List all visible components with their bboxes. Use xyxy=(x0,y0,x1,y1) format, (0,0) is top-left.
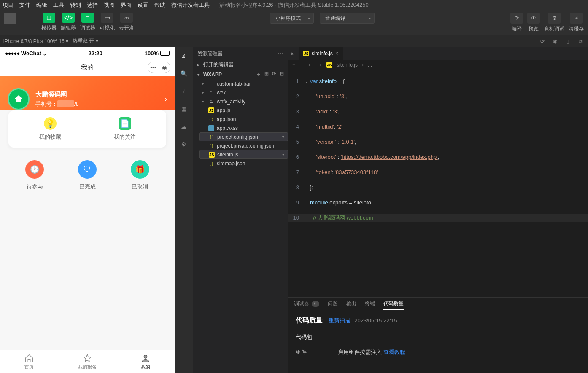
user-avatar[interactable] xyxy=(4,13,16,24)
menu-help[interactable]: 帮助 xyxy=(154,1,165,9)
menu-tools[interactable]: 工具 xyxy=(53,1,64,9)
new-file-icon[interactable]: ＋ xyxy=(256,71,261,78)
code-package-section: 代码包 xyxy=(296,333,580,341)
folder-custom-tab-bar[interactable]: ▸🗀custom-tab-bar xyxy=(199,79,288,88)
record-icon[interactable]: ◉ xyxy=(551,37,559,46)
tab-siteinfo-js[interactable]: JSsiteinfo.js× xyxy=(299,47,343,60)
phone-tabbar: 首页 我的报名 我的 xyxy=(0,350,175,373)
editor-toggle[interactable]: </>编辑器 xyxy=(61,13,76,32)
my-follows[interactable]: 📄我的关注 xyxy=(87,117,162,141)
open-editors-section[interactable]: ▸打开的编辑器 xyxy=(193,60,288,70)
menu-settings[interactable]: 设置 xyxy=(138,1,148,9)
code-editor[interactable]: 1⌄var siteinfo = { 2 'uniacid' : '3', 3 … xyxy=(288,70,588,297)
clear-cache-button[interactable]: ≋ xyxy=(570,13,583,24)
status-pending[interactable]: 🕐待参与 xyxy=(8,160,61,191)
panel-tab-problems[interactable]: 问题 xyxy=(328,298,338,310)
extensions-icon[interactable]: ▦ xyxy=(179,104,189,114)
explorer-icon[interactable]: 🗎 xyxy=(179,51,189,61)
folder-wnfx-activity[interactable]: ▸🗀wnfx_activity xyxy=(199,97,288,106)
file-siteinfo-js[interactable]: JSsiteinfo.js xyxy=(199,150,288,159)
menu-wechat-devtools[interactable]: 微信开发者工具 xyxy=(171,1,210,9)
panel-tab-output[interactable]: 输出 xyxy=(346,298,356,310)
preview-button[interactable]: 👁 xyxy=(527,13,540,24)
mode-select[interactable]: 小程序模式 xyxy=(270,13,314,24)
forward-icon[interactable]: → xyxy=(317,62,322,68)
list-icon[interactable]: ≡ xyxy=(292,62,295,68)
status-done[interactable]: 🛡已完成 xyxy=(61,160,114,191)
compile-mode-select[interactable]: 普通编译 xyxy=(320,13,375,24)
capsule-menu-icon[interactable]: ••• xyxy=(148,62,159,73)
settings-icon[interactable]: ⚙ xyxy=(179,139,189,149)
refresh-icon[interactable]: ⟳ xyxy=(538,37,547,46)
tab-mine[interactable]: 我的 xyxy=(116,350,175,373)
file-project-config[interactable]: { }project.config.json xyxy=(199,132,288,141)
rescan-button[interactable]: 重新扫描 xyxy=(329,317,351,324)
breadcrumb-more[interactable]: ... xyxy=(368,62,372,68)
more-icon[interactable]: ⋯ xyxy=(278,51,284,56)
file-app-json[interactable]: { }app.json xyxy=(199,115,288,123)
menu-select[interactable]: 选择 xyxy=(87,1,98,9)
project-root[interactable]: ▾WXAPP＋⊞⟳⊟ xyxy=(193,70,288,79)
window-title: 活动报名小程序4.9.26 - 微信开发者工具 Stable 1.05.2204… xyxy=(219,1,368,9)
bookmark-icon[interactable]: ◻ xyxy=(299,62,304,68)
menu-view[interactable]: 视图 xyxy=(104,1,115,9)
clouddev-button[interactable]: ∞云开发 xyxy=(119,13,134,32)
close-tab-icon[interactable]: × xyxy=(335,51,338,56)
simulator-toggle[interactable]: □模拟器 xyxy=(41,13,57,32)
screenshot-icon[interactable]: ⧉ xyxy=(576,37,585,46)
phone-icon[interactable]: ▯ xyxy=(564,37,572,46)
my-favorites[interactable]: 💡我的收藏 xyxy=(13,117,87,141)
file-project-private-config[interactable]: { }project.private.config.json xyxy=(199,141,288,150)
menu-ui[interactable]: 界面 xyxy=(121,1,132,9)
view-tutorial-link[interactable]: 查看教程 xyxy=(383,349,405,355)
file-app-js[interactable]: JSapp.js xyxy=(199,106,288,115)
shield-icon: 🛡 xyxy=(78,160,97,179)
menu-file[interactable]: 文件 xyxy=(19,1,30,9)
move-editor-icon[interactable]: ⇤ xyxy=(288,50,299,57)
device-select[interactable]: iPhone 6/7/8 Plus 100% 16 ▾ xyxy=(3,38,68,44)
js-file-icon: JS xyxy=(208,107,214,113)
explorer-title: 资源管理器 xyxy=(197,50,223,57)
tab-signup[interactable]: 我的报名 xyxy=(58,350,116,373)
phone-preview: ●●●●● WeChat ⌵ 22:20 100% 我的 •••◉ 大鹏源码网 … xyxy=(0,47,175,373)
source-control-icon[interactable]: ⑂ xyxy=(179,86,189,96)
tab-home[interactable]: 首页 xyxy=(0,350,58,373)
activity-bar: 🗎 🔍 ⑂ ▦ ☁ ⚙ xyxy=(175,47,193,373)
panel-tab-terminal[interactable]: 终端 xyxy=(365,298,375,310)
user-avatar-circle xyxy=(8,88,30,110)
explorer-pane: 资源管理器⋯ ▸打开的编辑器 ▾WXAPP＋⊞⟳⊟ ▸🗀custom-tab-b… xyxy=(193,47,288,373)
quality-title: 代码质量 xyxy=(296,316,323,325)
new-folder-icon[interactable]: ⊞ xyxy=(264,71,269,78)
simulator-status-bar: iPhone 6/7/8 Plus 100% 16 ▾ 热重载 开 ▾ ⟳ ◉ … xyxy=(0,35,588,47)
visualize-toggle[interactable]: ▭可视化 xyxy=(100,13,115,32)
js-file-icon: JS xyxy=(303,51,309,56)
menu-edit[interactable]: 编辑 xyxy=(36,1,47,9)
menu-bar: 项目 文件 编辑 工具 转到 选择 视图 界面 设置 帮助 微信开发者工具 活动… xyxy=(0,0,588,10)
panel-tab-debugger[interactable]: 调试器6 xyxy=(294,298,319,310)
file-sitemap-json[interactable]: { }sitemap.json xyxy=(199,159,288,168)
compile-button[interactable]: ⟳ xyxy=(510,13,523,24)
refresh-tree-icon[interactable]: ⟳ xyxy=(272,71,276,78)
js-file-icon: JS xyxy=(326,62,332,68)
collapse-icon[interactable]: ⊟ xyxy=(280,71,284,78)
cloud-icon[interactable]: ☁ xyxy=(179,121,189,131)
menu-project[interactable]: 项目 xyxy=(3,1,13,9)
breadcrumb-file[interactable]: siteinfo.js xyxy=(337,62,358,68)
folder-icon: 🗀 xyxy=(208,81,214,87)
file-app-wxss[interactable]: app.wxss xyxy=(199,123,288,132)
component-label: 组件 xyxy=(296,349,321,356)
capsule-close-icon[interactable]: ◉ xyxy=(159,62,170,73)
back-icon[interactable]: ← xyxy=(308,62,313,68)
folder-icon: 🗀 xyxy=(208,90,214,96)
hot-reload-toggle[interactable]: 热重载 开 ▾ xyxy=(73,38,98,45)
realdevice-debug-button[interactable]: ⚙ xyxy=(548,13,561,24)
status-cancelled[interactable]: 🎁已取消 xyxy=(113,160,166,191)
folder-we7[interactable]: ▸🗀we7 xyxy=(199,88,288,97)
debugger-toggle[interactable]: ≡调试器 xyxy=(80,13,95,32)
simulator-pane: ●●●●● WeChat ⌵ 22:20 100% 我的 •••◉ 大鹏源码网 … xyxy=(0,47,175,373)
phone-time: 22:20 xyxy=(89,50,102,56)
panel-tab-quality[interactable]: 代码质量 xyxy=(383,298,404,310)
menu-goto[interactable]: 转到 xyxy=(70,1,81,9)
search-icon[interactable]: 🔍 xyxy=(179,68,189,78)
page-title: 我的 xyxy=(81,64,94,72)
